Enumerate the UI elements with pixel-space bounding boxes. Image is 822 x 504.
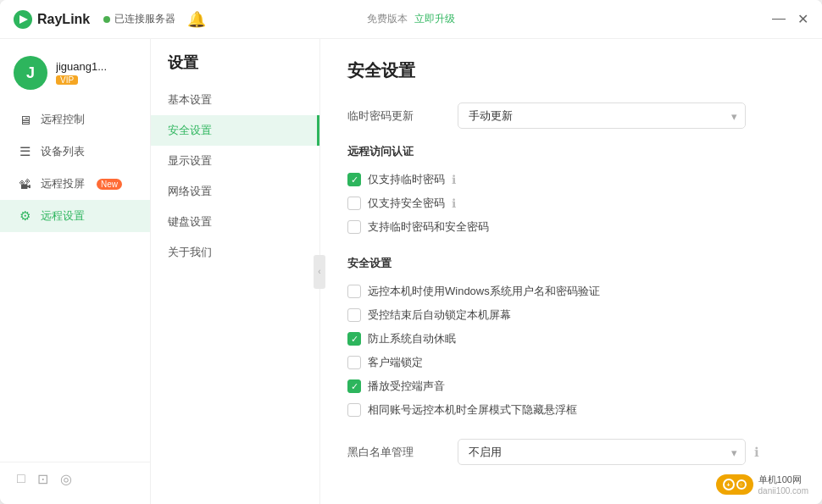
security-opt-1: 受控结束后自动锁定本机屏幕 [347, 303, 795, 327]
blacklist-help-icon[interactable]: ℹ [754, 445, 759, 460]
checkbox-prevent-sleep[interactable] [347, 332, 361, 346]
upgrade-link[interactable]: 立即升级 [414, 12, 455, 26]
sidebar-item-device-list[interactable]: ☰ 设备列表 [0, 136, 150, 168]
watermark-circle1: + [723, 479, 735, 490]
avatar: J [14, 56, 47, 90]
sidebar-bottom: □ ⊡ ◎ [0, 462, 150, 496]
username: jiguang1... [56, 60, 136, 73]
blacklist-select-wrapper[interactable]: 不启用 黑名单 白名单 ▾ [458, 439, 746, 465]
remote-screen-icon: 📽 [17, 176, 32, 191]
checkbox-lock-screen[interactable] [347, 308, 361, 322]
checkbox-client-lock[interactable] [347, 356, 361, 369]
sidebar-nav: 🖥 远程控制 ☰ 设备列表 📽 远程投屏 New ⚙ 远程设置 [0, 103, 150, 462]
sidebar-item-label: 设备列表 [41, 144, 85, 159]
bottom-icon-3[interactable]: ◎ [60, 471, 72, 487]
security-opt-0: 远控本机时使用Windows系统用户名和密码验证 [347, 280, 795, 303]
checkbox-both-pwd[interactable] [347, 220, 361, 234]
server-status: 已连接服务器 [103, 12, 175, 26]
checkbox-windows-auth[interactable] [347, 285, 361, 298]
remote-auth-option-1: 仅支持安全密码 ℹ [347, 191, 795, 215]
device-list-icon: ☰ [17, 144, 32, 159]
vip-badge: VIP [56, 75, 78, 85]
status-dot [103, 16, 110, 23]
bell-icon[interactable]: 🔔 [187, 10, 206, 29]
sidebar-item-label: 远程投屏 [41, 176, 85, 191]
checkbox-label-prevent-sleep: 防止系统自动休眠 [368, 331, 456, 346]
checkbox-play-sound[interactable] [347, 379, 361, 393]
security-config-title: 安全设置 [347, 256, 795, 271]
blacklist-select[interactable]: 不启用 黑名单 白名单 [458, 439, 746, 465]
remote-settings-icon: ⚙ [17, 208, 32, 224]
security-opt-3: 客户端锁定 [347, 351, 795, 374]
help-icon-temp-only[interactable]: ℹ [452, 173, 456, 186]
settings-nav-basic[interactable]: 基本设置 [151, 85, 319, 115]
temp-password-select-wrapper[interactable]: 手动更新 自动更新 ▾ [458, 102, 746, 129]
settings-nav-keyboard[interactable]: 键盘设置 [151, 207, 319, 237]
sidebar-item-remote-control[interactable]: 🖥 远程控制 [0, 103, 150, 136]
settings-nav-about[interactable]: 关于我们 [151, 237, 319, 268]
sidebar-item-label: 远程设置 [41, 208, 85, 224]
app-name: RayLink [37, 12, 90, 27]
free-version-label: 免费版本 [367, 12, 408, 26]
temp-password-select[interactable]: 手动更新 自动更新 [458, 102, 746, 129]
remote-auth-option-0: 仅支持临时密码 ℹ [347, 168, 795, 191]
checkbox-temp-only[interactable] [347, 173, 361, 186]
remote-auth-option-2: 支持临时密码和安全密码 [347, 215, 795, 239]
security-settings-title: 安全设置 [347, 59, 795, 82]
remote-auth-title: 远程访问认证 [347, 144, 795, 159]
checkbox-label-both-pwd: 支持临时密码和安全密码 [368, 219, 489, 235]
checkbox-label-temp-only: 仅支持临时密码 [368, 172, 445, 187]
temp-password-label: 临时密码更新 [347, 108, 458, 124]
checkbox-label-windows-auth: 远控本机时使用Windows系统用户名和密码验证 [368, 284, 600, 299]
security-opt-4: 播放受控端声音 [347, 374, 795, 398]
checkbox-label-lock-screen: 受控结束后自动锁定本机屏幕 [368, 307, 511, 323]
temp-password-row: 临时密码更新 手动更新 自动更新 ▾ [347, 102, 795, 129]
titlebar: RayLink 已连接服务器 🔔 免费版本 立即升级 — ✕ [0, 0, 822, 39]
user-info: jiguang1... VIP [56, 60, 136, 86]
watermark-circle2: ○ [736, 479, 747, 490]
security-opt-2: 防止系统自动休眠 [347, 327, 795, 351]
user-section: J jiguang1... VIP [0, 47, 150, 103]
settings-title: 设置 [151, 53, 319, 85]
security-config-group: 安全设置 远控本机时使用Windows系统用户名和密码验证 受控结束后自动锁定本… [347, 256, 795, 422]
help-icon-secure-only[interactable]: ℹ [452, 197, 456, 210]
checkbox-label-hide-float: 相同账号远控本机时全屏模式下隐藏悬浮框 [368, 402, 577, 418]
checkbox-label-client-lock: 客户端锁定 [368, 355, 423, 370]
checkbox-hide-float[interactable] [347, 403, 361, 417]
remote-control-icon: 🖥 [17, 112, 32, 127]
watermark: + ○ 单机100网 danii100.com [716, 474, 808, 496]
checkbox-secure-only[interactable] [347, 197, 361, 210]
watermark-text: 单机100网 danii100.com [758, 474, 808, 496]
app-logo: RayLink [14, 10, 90, 29]
sidebar-item-remote-settings[interactable]: ⚙ 远程设置 [0, 200, 150, 232]
content-area: 设置 基本设置 安全设置 显示设置 网络设置 键盘设置 关于我们 [151, 39, 822, 504]
bottom-icon-1[interactable]: □ [17, 471, 25, 487]
sidebar: J jiguang1... VIP 🖥 远程控制 ☰ 设备列表 📽 [0, 39, 151, 504]
sidebar-item-label: 远程控制 [41, 112, 85, 127]
checkbox-label-play-sound: 播放受控端声音 [368, 379, 445, 394]
security-opt-5: 相同账号远控本机时全屏模式下隐藏悬浮框 [347, 398, 795, 422]
minimize-button[interactable]: — [772, 11, 786, 27]
settings-nav-security[interactable]: 安全设置 [151, 115, 319, 146]
server-status-text: 已连接服务器 [114, 12, 175, 26]
blacklist-row: 黑白名单管理 不启用 黑名单 白名单 ▾ ℹ [347, 439, 795, 465]
close-button[interactable]: ✕ [797, 11, 808, 27]
settings-nav-display[interactable]: 显示设置 [151, 146, 319, 176]
window-controls: — ✕ [772, 11, 808, 27]
collapse-handle[interactable]: ‹ [314, 255, 325, 289]
main-layout: J jiguang1... VIP 🖥 远程控制 ☰ 设备列表 📽 [0, 39, 822, 504]
blacklist-label: 黑白名单管理 [347, 445, 458, 460]
settings-nav-network[interactable]: 网络设置 [151, 176, 319, 207]
raylink-logo-icon [14, 10, 32, 29]
remote-auth-group: 远程访问认证 仅支持临时密码 ℹ 仅支持安全密码 ℹ 支持临时密码和安全密码 [347, 144, 795, 239]
watermark-logo: + ○ [716, 474, 753, 495]
sidebar-item-remote-screen[interactable]: 📽 远程投屏 New [0, 168, 150, 200]
bottom-icon-2[interactable]: ⊡ [37, 471, 48, 487]
settings-content: 安全设置 临时密码更新 手动更新 自动更新 ▾ 远程访问认证 [320, 39, 822, 504]
new-badge: New [97, 179, 122, 190]
settings-nav: 设置 基本设置 安全设置 显示设置 网络设置 键盘设置 关于我们 [151, 39, 320, 504]
checkbox-label-secure-only: 仅支持安全密码 [368, 196, 445, 211]
